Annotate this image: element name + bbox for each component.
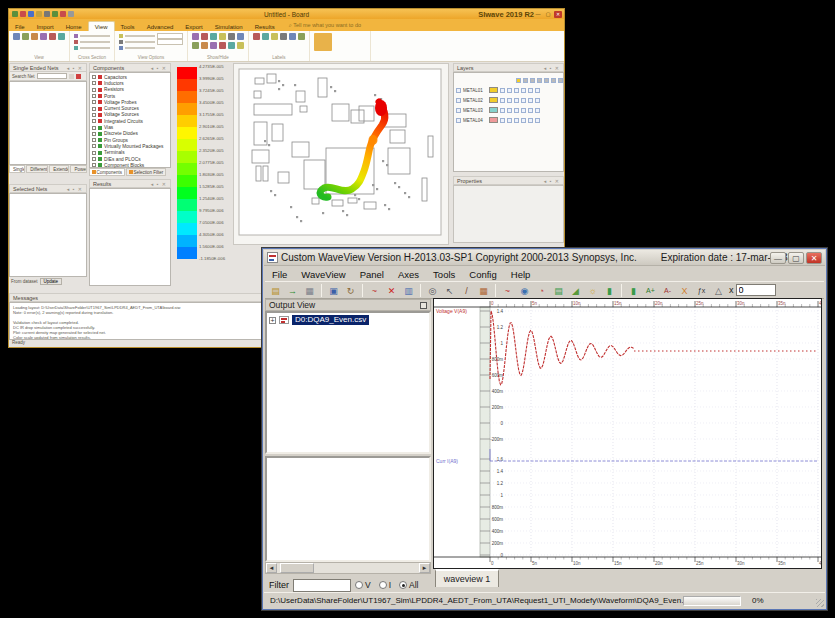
histogram-icon[interactable]: ▮ [602, 283, 617, 298]
xy-plot-icon[interactable]: ~ [367, 283, 382, 298]
net-tab-power[interactable]: Power [70, 165, 87, 173]
radio-v[interactable]: V [355, 580, 371, 590]
layer-option-checkbox[interactable] [528, 108, 533, 113]
layer-option-checkbox[interactable] [507, 98, 512, 103]
import-icon[interactable]: → [285, 283, 300, 298]
ribbon-tab-home[interactable]: Home [60, 22, 88, 31]
checkbox-icon[interactable] [92, 126, 96, 130]
layer-visible-checkbox[interactable] [456, 88, 461, 93]
ribbon-tab-import[interactable]: Import [31, 22, 60, 31]
layer-option-checkbox[interactable] [507, 88, 512, 93]
fx-icon[interactable]: ƒx [694, 283, 709, 298]
checkbox-icon[interactable] [92, 94, 96, 98]
layer-column-icon[interactable] [523, 78, 528, 83]
scroll-right-icon[interactable]: ► [419, 563, 430, 573]
select-arrow-icon[interactable]: ↖ [442, 283, 457, 298]
panels-icon[interactable]: ▥ [401, 283, 416, 298]
minimize-icon[interactable]: — [770, 252, 786, 264]
histogram2-icon[interactable]: ▮ [626, 283, 641, 298]
layer-color-swatch[interactable] [489, 107, 498, 113]
ribbon-icon-3-7[interactable] [201, 42, 208, 49]
layer-color-swatch[interactable] [489, 117, 498, 123]
ribbon-tab-results[interactable]: Results [249, 22, 281, 31]
layer-option-checkbox[interactable] [521, 118, 526, 123]
net-tab-extended[interactable]: Extended [49, 165, 69, 173]
layout-canvas[interactable] [233, 63, 449, 245]
ribbon-tab-simulation[interactable]: Simulation [209, 22, 249, 31]
ribbon-option-1-2[interactable] [74, 45, 110, 51]
ribbon-icon-4-5[interactable] [298, 33, 305, 40]
layer-option-checkbox[interactable] [528, 98, 533, 103]
net-list[interactable] [9, 81, 87, 165]
menu-axes[interactable]: Axes [391, 269, 426, 280]
close-icon[interactable]: ✕ [554, 11, 562, 18]
ribbon-search-hint[interactable]: ⌕ Tell me what you want to do [289, 22, 361, 31]
sweep-icon[interactable]: X [677, 283, 692, 298]
panel-controls[interactable]: ◂ ▪ ✕ [544, 65, 560, 70]
float-panel-icon[interactable] [420, 302, 427, 309]
layer-row[interactable]: METAL01 [454, 85, 563, 95]
expander-icon[interactable]: + [269, 317, 276, 324]
checkbox-icon[interactable] [92, 157, 96, 161]
layer-option-checkbox[interactable] [528, 88, 533, 93]
checkbox-icon[interactable] [92, 151, 96, 155]
ribbon-option-2-2[interactable] [119, 45, 183, 51]
ribbon-icon-3-9[interactable] [219, 42, 226, 49]
checkbox-icon[interactable] [92, 119, 96, 123]
checkbox-icon[interactable] [92, 88, 96, 92]
panel-controls[interactable]: ◂ ▪ ✕ [544, 178, 560, 183]
output-view-lower-pane[interactable] [265, 456, 431, 562]
net-search-input[interactable] [37, 73, 67, 79]
ribbon-icon-3-4[interactable] [228, 33, 235, 40]
update-button[interactable]: Update [40, 278, 63, 285]
layer-option-checkbox[interactable] [535, 88, 540, 93]
ribbon-icon-0-2[interactable] [31, 33, 38, 40]
panel-controls[interactable]: ◂ ▪ ✕ [151, 181, 167, 186]
layer-option-checkbox[interactable] [507, 118, 512, 123]
layer-visible-checkbox[interactable] [456, 98, 461, 103]
layer-option-checkbox[interactable] [535, 108, 540, 113]
zoom-icon[interactable]: ◎ [425, 283, 440, 298]
ribbon-icon-3-11[interactable] [237, 42, 244, 49]
ribbon-tab-view[interactable]: View [88, 21, 115, 31]
layer-option-checkbox[interactable] [514, 118, 519, 123]
calculator-icon[interactable]: ▦ [476, 283, 491, 298]
stack-icon[interactable]: ▤ [551, 283, 566, 298]
ribbon-icon-0-3[interactable] [40, 33, 47, 40]
layer-color-swatch[interactable] [489, 87, 498, 93]
font-minus-icon[interactable]: A- [660, 283, 675, 298]
components-tree[interactable]: CapacitorsInductorsResistorsPortsVoltage… [89, 72, 171, 168]
checkbox-icon[interactable] [92, 163, 96, 167]
ribbon-tab-file[interactable]: File [9, 22, 31, 31]
horizontal-scrollbar[interactable]: ◄ ► [265, 562, 431, 574]
panel-controls[interactable]: ◂ ▪ ✕ [67, 186, 83, 191]
layer-option-checkbox[interactable] [500, 108, 505, 113]
menu-tools[interactable]: Tools [426, 269, 462, 280]
ribbon-icon-0-4[interactable] [49, 33, 56, 40]
ribbon-icon-4-2[interactable] [271, 33, 278, 40]
ribbon-icon-3-3[interactable] [219, 33, 226, 40]
ribbon-icon-0-1[interactable] [22, 33, 29, 40]
print-icon[interactable]: ▦ [302, 283, 317, 298]
delete-icon[interactable]: ✕ [384, 283, 399, 298]
filter-input[interactable] [293, 579, 351, 592]
ribbon-icon-3-10[interactable] [228, 42, 235, 49]
scroll-left-icon[interactable]: ◄ [266, 563, 277, 573]
layer-option-checkbox[interactable] [535, 98, 540, 103]
ribbon-input[interactable] [157, 39, 183, 45]
tab-waveview-1[interactable]: waveview 1 [435, 569, 499, 587]
layer-option-checkbox[interactable] [521, 108, 526, 113]
ribbon-icon-0-5[interactable] [58, 33, 65, 40]
layer-visible-checkbox[interactable] [456, 118, 461, 123]
maximize-icon[interactable]: ▢ [544, 11, 552, 18]
net-tab-differential[interactable]: Differential [26, 165, 48, 173]
menu-panel[interactable]: Panel [353, 269, 391, 280]
components-tab-components[interactable]: Components [89, 168, 125, 176]
results-list[interactable] [89, 188, 171, 286]
panel-controls[interactable]: ◂ ▪ ✕ [151, 65, 167, 70]
radio-all[interactable]: All [399, 580, 418, 590]
selected-net-list[interactable] [9, 193, 87, 277]
save-icon[interactable]: ▣ [326, 283, 341, 298]
ribbon-icon-3-6[interactable] [192, 42, 199, 49]
layer-option-checkbox[interactable] [514, 108, 519, 113]
